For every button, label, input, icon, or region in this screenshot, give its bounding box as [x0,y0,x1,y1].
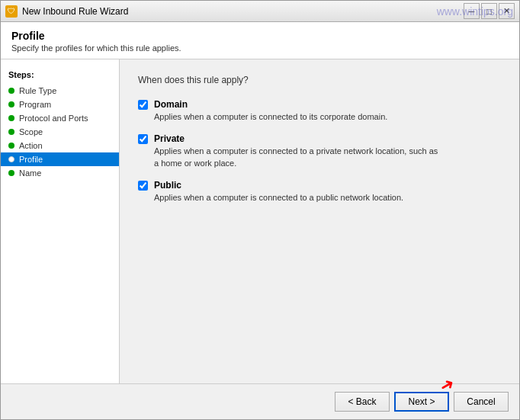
checkbox-domain[interactable] [138,100,148,110]
wizard-window: 🛡 New Inbound Rule Wizard ─ □ ✕ www.wint… [0,0,520,420]
checkbox-content-public: PublicApplies when a computer is connect… [154,180,403,204]
footer: < Back Next > Cancel [1,383,519,419]
sidebar-item-program[interactable]: Program [1,98,119,111]
step-dot [8,88,14,94]
sidebar-item-label: Rule Type [19,86,56,95]
checkbox-item-private: PrivateApplies when a computer is connec… [138,133,501,169]
content-area: Steps: Rule TypeProgramProtocol and Port… [1,59,519,383]
sidebar-item-label: Action [19,141,43,150]
checkbox-group: DomainApplies when a computer is connect… [138,99,501,204]
sidebar-item-rule-type[interactable]: Rule Type [1,84,119,98]
checkbox-content-private: PrivateApplies when a computer is connec… [154,133,444,169]
checkbox-item-domain: DomainApplies when a computer is connect… [138,99,501,123]
step-dot [8,156,14,162]
next-button[interactable]: Next > [394,392,449,412]
page-header: Profile Specify the profiles for which t… [1,22,519,59]
sidebar-item-protocol-and-ports[interactable]: Protocol and Ports [1,111,119,125]
checkbox-label: Private [154,133,444,144]
step-dot [8,129,14,135]
main-panel: When does this rule apply? DomainApplies… [120,59,519,383]
checkbox-desc: Applies when a computer is connected to … [154,111,387,123]
sidebar-item-scope[interactable]: Scope [1,125,119,139]
checkbox-private[interactable] [138,134,148,144]
window-icon: 🛡 [5,5,18,18]
back-button[interactable]: < Back [335,392,390,412]
sidebar-item-action[interactable]: Action [1,139,119,152]
sidebar-item-profile[interactable]: Profile [1,152,119,166]
sidebar-item-label: Scope [19,127,43,136]
checkbox-label: Public [154,180,403,191]
sidebar-item-label: Name [19,168,41,178]
page-subtitle: Specify the profiles for which this rule… [11,43,509,53]
cancel-button[interactable]: Cancel [454,392,509,412]
sidebar-item-label: Program [19,100,51,109]
sidebar: Steps: Rule TypeProgramProtocol and Port… [1,59,120,383]
sidebar-item-label: Profile [19,155,43,164]
page-title: Profile [11,30,509,42]
checkbox-desc: Applies when a computer is connected to … [154,146,444,169]
sidebar-item-name[interactable]: Name [1,166,119,180]
title-bar-left: 🛡 New Inbound Rule Wizard [5,5,128,18]
checkbox-item-public: PublicApplies when a computer is connect… [138,180,501,204]
sidebar-item-label: Protocol and Ports [19,114,88,123]
checkbox-content-domain: DomainApplies when a computer is connect… [154,99,387,123]
step-dot [8,170,14,176]
watermark: www.wintips.org [437,5,513,18]
checkbox-label: Domain [154,99,387,110]
sidebar-header: Steps: [1,67,119,84]
question-text: When does this rule apply? [138,75,501,85]
step-dot [8,101,14,107]
checkbox-desc: Applies when a computer is connected to … [154,192,403,204]
step-dot [8,115,14,121]
window-title: New Inbound Rule Wizard [22,6,128,17]
step-dot [8,143,14,149]
checkbox-public[interactable] [138,181,148,191]
